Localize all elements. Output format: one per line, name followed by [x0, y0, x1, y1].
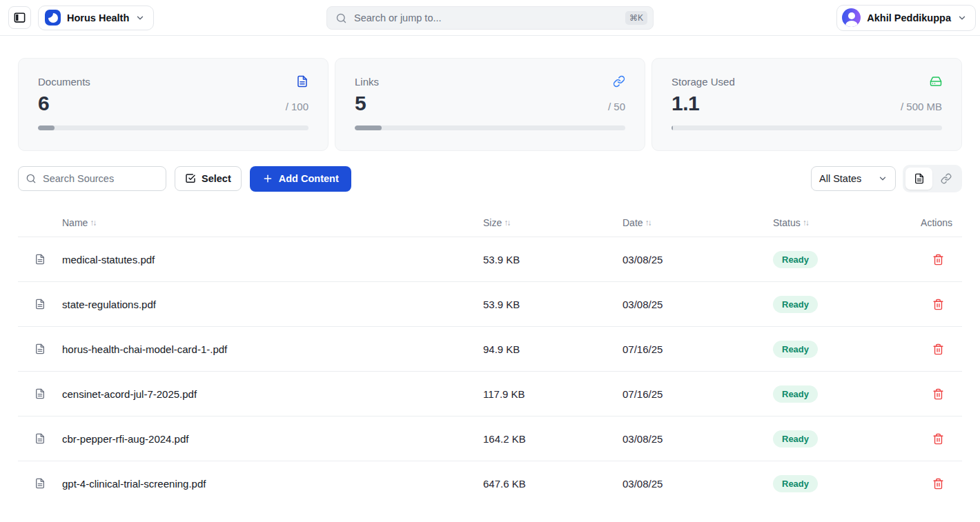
file-name: gpt-4-clinical-trial-screening.pdf	[62, 478, 483, 490]
stats-row: Documents 6 / 100 Links 5	[18, 58, 962, 151]
table-row[interactable]: state-regulations.pdf 53.9 KB 03/08/25 R…	[18, 281, 962, 326]
chevron-down-icon	[957, 13, 967, 23]
document-icon	[296, 75, 308, 88]
top-bar: Horus Health ⌘K Akhil Peddikuppa	[0, 0, 980, 36]
brand-logo-icon	[45, 10, 61, 26]
search-icon	[335, 12, 347, 24]
global-search-input[interactable]	[354, 12, 618, 23]
status-badge: Ready	[773, 430, 818, 448]
file-size: 53.9 KB	[483, 254, 623, 265]
stat-value: 6	[38, 92, 49, 115]
chevron-down-icon	[878, 174, 888, 183]
delete-button[interactable]	[930, 251, 947, 268]
table-row[interactable]: gpt-4-clinical-trial-screening.pdf 647.6…	[18, 461, 962, 505]
column-header-name[interactable]: Name ↑↓	[62, 217, 483, 228]
file-size: 117.9 KB	[483, 388, 623, 400]
stat-label: Documents	[38, 76, 90, 88]
delete-button[interactable]	[930, 475, 947, 492]
delete-button[interactable]	[930, 296, 947, 313]
link-icon	[613, 75, 625, 88]
file-date: 03/08/25	[623, 299, 773, 310]
global-search[interactable]: ⌘K	[326, 6, 654, 30]
user-menu[interactable]: Akhil Peddikuppa	[836, 5, 976, 31]
status-badge: Ready	[773, 341, 818, 358]
view-toggle	[903, 165, 962, 192]
status-badge: Ready	[773, 296, 818, 313]
delete-button[interactable]	[930, 430, 947, 448]
sort-icon: ↑↓	[90, 218, 95, 228]
stat-card-links: Links 5 / 50	[335, 58, 645, 151]
workspace-name: Horus Health	[67, 12, 129, 23]
file-size: 647.6 KB	[483, 478, 623, 490]
add-content-button-label: Add Content	[279, 173, 339, 184]
view-toggle-documents[interactable]	[905, 168, 932, 190]
trash-icon	[932, 343, 944, 355]
sources-toolbar: Select Add Content All States	[18, 165, 962, 192]
file-icon	[35, 343, 46, 354]
hard-drive-icon	[930, 75, 942, 88]
table-header-row: Name ↑↓ Size ↑↓ Date ↑↓ Status ↑↓ Action…	[18, 209, 962, 237]
file-date: 07/16/25	[623, 388, 773, 400]
delete-button[interactable]	[930, 385, 947, 403]
state-filter-dropdown[interactable]: All States	[811, 166, 896, 191]
workspace-switcher[interactable]: Horus Health	[38, 6, 154, 30]
file-icon	[35, 388, 46, 399]
table-row[interactable]: censinet-acord-jul-7-2025.pdf 117.9 KB 0…	[18, 371, 962, 416]
panel-left-icon	[13, 11, 26, 24]
delete-button[interactable]	[930, 341, 947, 358]
stat-label: Storage Used	[672, 76, 735, 88]
table-row[interactable]: horus-health-chai-model-card-1-.pdf 94.9…	[18, 326, 962, 371]
trash-icon	[932, 478, 944, 490]
column-header-date[interactable]: Date ↑↓	[623, 217, 773, 228]
column-header-size[interactable]: Size ↑↓	[483, 217, 623, 228]
document-icon	[914, 173, 925, 184]
file-name: state-regulations.pdf	[62, 299, 483, 310]
trash-icon	[932, 299, 944, 310]
chevron-down-icon	[135, 13, 145, 23]
file-icon	[35, 478, 46, 489]
stat-limit: / 100	[286, 101, 308, 112]
sources-search-input[interactable]	[43, 173, 159, 184]
file-name: cbr-pepper-rfi-aug-2024.pdf	[62, 433, 483, 445]
progress-bar	[38, 126, 308, 130]
sort-icon: ↑↓	[645, 218, 651, 228]
column-header-status[interactable]: Status ↑↓	[773, 217, 914, 228]
file-date: 07/16/25	[623, 343, 773, 355]
table-body: medical-statutes.pdf 53.9 KB 03/08/25 Re…	[18, 237, 962, 505]
progress-bar	[672, 126, 942, 130]
sort-icon: ↑↓	[504, 218, 509, 228]
table-row[interactable]: cbr-pepper-rfi-aug-2024.pdf 164.2 KB 03/…	[18, 416, 962, 461]
stat-card-storage: Storage Used 1.1 / 500 MB	[651, 58, 962, 151]
file-name: censinet-acord-jul-7-2025.pdf	[62, 388, 483, 400]
state-filter-value: All States	[819, 173, 861, 184]
file-size: 94.9 KB	[483, 343, 623, 355]
sources-search[interactable]	[18, 166, 166, 191]
user-name: Akhil Peddikuppa	[867, 12, 951, 23]
stat-limit: / 50	[608, 101, 625, 112]
status-badge: Ready	[773, 385, 818, 403]
stat-value: 1.1	[672, 92, 699, 115]
keyboard-shortcut-badge: ⌘K	[625, 11, 647, 25]
file-name: medical-statutes.pdf	[62, 254, 483, 265]
sort-icon: ↑↓	[803, 218, 808, 228]
trash-icon	[932, 388, 944, 400]
status-badge: Ready	[773, 475, 818, 492]
link-icon	[941, 173, 952, 184]
sidebar-toggle-button[interactable]	[8, 6, 31, 29]
plus-icon	[262, 173, 273, 184]
stat-card-documents: Documents 6 / 100	[18, 58, 329, 151]
file-name: horus-health-chai-model-card-1-.pdf	[62, 343, 483, 355]
table-row[interactable]: medical-statutes.pdf 53.9 KB 03/08/25 Re…	[18, 237, 962, 281]
check-square-icon	[185, 173, 196, 184]
avatar	[842, 8, 861, 27]
view-toggle-links[interactable]	[932, 168, 959, 190]
add-content-button[interactable]: Add Content	[250, 166, 351, 192]
column-header-actions: Actions	[914, 217, 962, 228]
stat-limit: / 500 MB	[901, 101, 942, 112]
file-icon	[35, 433, 46, 444]
trash-icon	[932, 433, 944, 445]
main-content: Documents 6 / 100 Links 5	[0, 36, 980, 505]
trash-icon	[932, 254, 944, 265]
file-size: 164.2 KB	[483, 433, 623, 445]
select-button[interactable]: Select	[175, 166, 242, 191]
